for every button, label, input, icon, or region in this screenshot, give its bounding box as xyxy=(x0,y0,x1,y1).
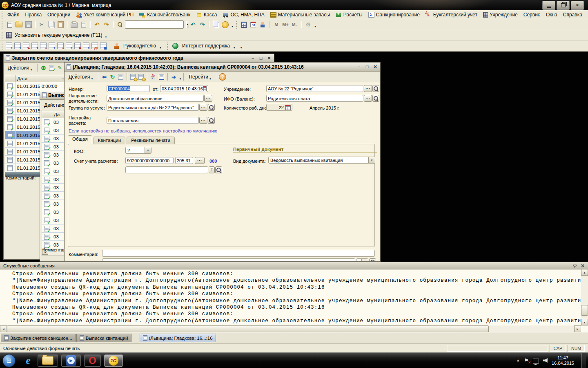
new-document-icon[interactable] xyxy=(5,20,14,29)
show-hidden-icons[interactable]: ▲ xyxy=(516,359,520,362)
refresh-icon[interactable]: ↻ xyxy=(109,73,116,81)
copy-add-icon[interactable] xyxy=(117,73,125,81)
open-button[interactable] xyxy=(215,166,222,173)
account-number-field[interactable]: 205.31 xyxy=(175,157,193,164)
report-icon[interactable]: Т xyxy=(49,43,55,49)
toolbar-grip[interactable] xyxy=(1,20,3,29)
find-icon[interactable] xyxy=(116,20,124,29)
print-preview-icon[interactable] xyxy=(79,20,88,29)
actions-menu-button[interactable]: Действия xyxy=(66,73,96,81)
account-code-field[interactable]: 90200000000000000 xyxy=(125,157,174,164)
window-tab[interactable]: (Львицина; Гладкова; 16...:16 xyxy=(140,334,216,342)
choose-button[interactable]: ... xyxy=(199,104,207,111)
window-tab[interactable]: Выписки квитанций xyxy=(76,334,131,342)
account-extra-field[interactable] xyxy=(125,166,208,173)
dt-kt-postings-icon[interactable]: ДтКт xyxy=(150,73,157,81)
restore-button[interactable] xyxy=(557,1,570,10)
receipts-in-icon[interactable] xyxy=(129,73,137,81)
menu-item[interactable]: Учреждение xyxy=(480,11,521,18)
ifo-field[interactable]: Родительская плата xyxy=(266,95,363,102)
scrollbar-thumb[interactable] xyxy=(581,305,588,316)
chevron-down-icon[interactable] xyxy=(313,22,316,27)
pin-icon[interactable] xyxy=(572,264,577,268)
dropdown-icon[interactable] xyxy=(361,259,368,262)
icon-column-header[interactable] xyxy=(42,111,52,118)
paste-icon[interactable] xyxy=(56,20,65,29)
chevron-down-icon[interactable] xyxy=(178,74,182,80)
menu-item[interactable]: Сервис xyxy=(521,11,543,18)
toolbar-grip[interactable] xyxy=(166,42,168,50)
choose-button[interactable]: ... xyxy=(195,157,205,164)
1c-enterprise-button[interactable]: 1С xyxy=(104,355,123,367)
menu-item[interactable]: Операции xyxy=(45,11,73,18)
minimize-button[interactable]: – xyxy=(250,56,256,61)
scroll-down-icon[interactable]: ▼ xyxy=(581,319,588,325)
close-icon[interactable]: ✕ xyxy=(581,263,585,269)
open-button[interactable] xyxy=(372,95,379,102)
internet-support-button[interactable]: Интернет-поддержка xyxy=(181,43,231,49)
report-icon[interactable]: ⇅ xyxy=(74,43,81,49)
actions-menu-button[interactable]: Действия xyxy=(5,63,35,72)
calendar-icon[interactable] xyxy=(249,20,258,29)
menu-item[interactable]: Файл xyxy=(4,11,22,18)
menu-item[interactable]: Справка xyxy=(560,11,585,18)
document-date-field[interactable]: 03.04.2015 10:43:16 xyxy=(160,85,208,92)
action-center-flag-icon[interactable]: ⚑ xyxy=(524,358,529,363)
copy-document-icon[interactable] xyxy=(48,64,56,72)
chevron-down-icon[interactable] xyxy=(104,32,107,38)
table-row[interactable]: 01.01.2015 0:00:00 xyxy=(5,82,67,90)
maximize-button[interactable]: □ xyxy=(364,64,370,70)
info-icon[interactable]: i xyxy=(221,20,229,29)
start-button[interactable]: ⊞ xyxy=(2,354,16,367)
toolbar-overflow-chevron-icon[interactable] xyxy=(239,43,243,49)
form-tab[interactable]: Квитанции xyxy=(94,137,126,144)
save-icon[interactable] xyxy=(24,20,33,29)
copy-icon[interactable] xyxy=(47,20,56,29)
menu-item[interactable]: Правка xyxy=(22,11,45,18)
post-document-icon[interactable]: ⇐ xyxy=(101,73,108,81)
calc-setting-field[interactable]: Поставляемая xyxy=(107,117,199,124)
window-list-icon[interactable] xyxy=(212,20,220,29)
comment-field[interactable] xyxy=(102,250,375,257)
icon-column-header[interactable] xyxy=(5,75,16,82)
dropdown-icon[interactable] xyxy=(368,157,375,163)
scrollbar-thumb[interactable] xyxy=(7,325,489,332)
user-settings-icon[interactable] xyxy=(258,20,267,29)
toolbar-grip[interactable] xyxy=(235,20,237,29)
calendar-icon[interactable] xyxy=(203,86,207,91)
report-icon[interactable]: Т xyxy=(31,43,38,49)
report-icon[interactable]: ДК xyxy=(91,43,98,49)
close-button[interactable]: ✕ xyxy=(372,64,378,70)
window-document-titlebar[interactable]: (Львицина; Гладкова; 16.04.2015 10:42:03… xyxy=(65,63,380,72)
menu-item[interactable]: Касса xyxy=(193,11,220,18)
menu-item[interactable]: Учет компенсаций РП xyxy=(73,11,136,18)
add-icon[interactable]: ⊕ xyxy=(40,64,47,72)
report-icon[interactable]: Σ xyxy=(6,43,12,49)
menu-item[interactable]: Санкционирование xyxy=(365,11,423,18)
vertical-scrollbar[interactable]: ▲ ▼ xyxy=(581,269,588,325)
clipped-select[interactable] xyxy=(356,258,368,262)
close-button[interactable]: × xyxy=(571,1,584,10)
window-tab[interactable]: Закрытие счетов санкцион... xyxy=(1,334,76,342)
open-button[interactable] xyxy=(372,85,379,92)
scroll-up-icon[interactable]: ▲ xyxy=(581,269,588,276)
minimize-button[interactable]: – xyxy=(356,64,362,70)
tools-icon[interactable]: ⚙ xyxy=(304,20,312,29)
chevron-down-icon[interactable] xyxy=(230,22,234,27)
report-icon[interactable]: Σ xyxy=(83,43,89,49)
dropdown-icon[interactable] xyxy=(145,147,151,153)
opera-button[interactable]: O xyxy=(84,355,101,367)
media-player-button[interactable]: ▶ xyxy=(61,355,81,367)
text-button[interactable]: Т xyxy=(209,166,215,173)
report-icon[interactable]: ≡ xyxy=(57,43,64,49)
undo-icon[interactable]: ↶ xyxy=(93,20,101,29)
choose-button[interactable]: ... xyxy=(364,85,372,92)
receipts-out-icon[interactable] xyxy=(138,73,145,81)
menu-item[interactable]: Расчеты xyxy=(333,11,365,18)
work-days-field[interactable]: 22 xyxy=(266,104,292,111)
institution-field[interactable]: АОУ № 22 "Родничок" xyxy=(266,85,363,92)
go-link-back-icon[interactable]: ↶ xyxy=(189,20,197,29)
open-button[interactable] xyxy=(208,117,215,124)
goto-menu-button[interactable]: Перейти xyxy=(186,73,214,81)
print-icon[interactable] xyxy=(70,20,78,29)
